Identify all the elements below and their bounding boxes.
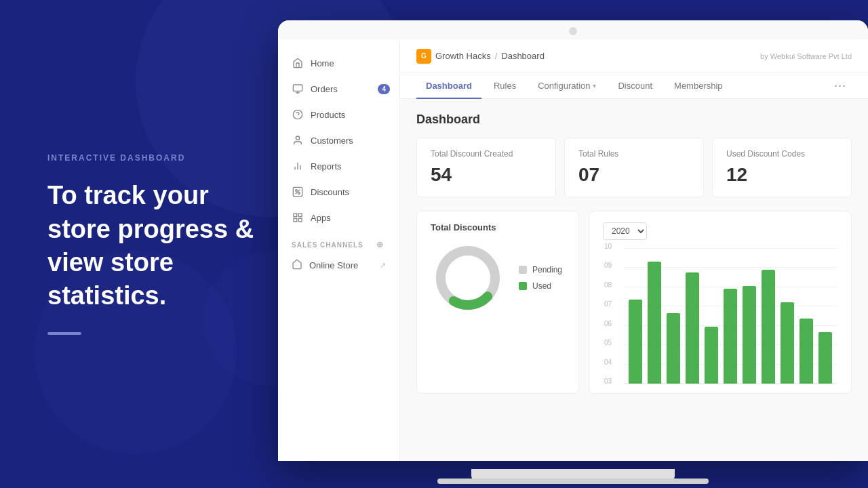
bar-9	[800, 319, 813, 384]
tab-discount[interactable]: Discount	[608, 74, 662, 99]
donut-chart-svg	[431, 241, 505, 315]
svg-rect-0	[293, 85, 302, 91]
svg-line-11	[296, 190, 300, 195]
bar-3	[686, 272, 699, 384]
bar-chart-card: 2020 2019 2021 10 09 08 07	[589, 211, 852, 394]
tab-membership[interactable]: Membership	[665, 74, 732, 99]
main-content: G Growth Hacks / Dashboard by Webkul Sof…	[400, 39, 868, 461]
breadcrumb-separator: /	[495, 51, 498, 61]
legend-pending: Pending	[519, 265, 562, 274]
sidebar-item-online-store[interactable]: Online Store ↗	[278, 253, 399, 277]
laptop-notch	[569, 27, 577, 35]
stat-value-total-rules: 07	[578, 164, 690, 186]
left-title: To track your store progress & view stor…	[47, 179, 271, 313]
sidebar-item-discounts[interactable]: Discounts	[278, 179, 399, 205]
stat-value-total-discount: 54	[431, 164, 542, 186]
orders-icon	[292, 83, 304, 95]
used-dot	[519, 282, 527, 290]
stats-row: Total Discount Created 54 Total Rules 07…	[416, 138, 852, 197]
bar-7	[762, 270, 775, 384]
apps-icon	[292, 211, 304, 224]
bar-2	[667, 313, 680, 384]
bar-0	[629, 300, 642, 384]
sidebar-item-apps[interactable]: Apps	[278, 205, 399, 230]
tab-rules[interactable]: Rules	[484, 74, 526, 99]
stat-card-used-codes: Used Discount Codes 12	[712, 138, 852, 197]
legend-used: Used	[519, 281, 562, 291]
sidebar-item-orders-label: Orders	[311, 84, 338, 94]
donut-wrapper: Pending Used	[431, 241, 565, 315]
bars-container	[623, 248, 837, 384]
bar-8	[781, 302, 794, 384]
dashboard-container: Home Orders 4 Products	[278, 20, 868, 481]
orders-badge: 4	[378, 84, 390, 94]
tab-configuration-label: Configuration	[538, 81, 590, 91]
stat-card-total-discount: Total Discount Created 54	[416, 138, 556, 197]
sidebar-item-apps-label: Apps	[311, 213, 331, 223]
stat-value-used-codes: 12	[726, 164, 837, 186]
dashboard-body: Dashboard Total Discount Created 54 Tota…	[400, 99, 868, 461]
breadcrumb-page: Dashboard	[501, 51, 545, 61]
bar-10	[818, 332, 832, 384]
bar-6	[743, 286, 756, 384]
sales-channels-label: SALES CHANNELS	[292, 241, 363, 249]
tab-rules-label: Rules	[494, 81, 516, 91]
laptop-frame: Home Orders 4 Products	[278, 20, 868, 461]
products-icon	[292, 108, 304, 121]
nav-tabs: Dashboard Rules Configuration ▾ Discount…	[400, 73, 868, 99]
left-subtitle: INTERACTIVE DASHBOARD	[47, 153, 271, 163]
page-title: Dashboard	[416, 113, 852, 127]
pending-label: Pending	[532, 265, 562, 274]
customers-icon	[292, 134, 304, 146]
sidebar-item-home-label: Home	[311, 58, 334, 68]
tab-dashboard[interactable]: Dashboard	[416, 74, 481, 99]
bar-1	[648, 262, 661, 384]
tab-configuration[interactable]: Configuration ▾	[528, 74, 606, 99]
tab-dashboard-label: Dashboard	[426, 81, 472, 91]
year-select[interactable]: 2020 2019 2021	[603, 222, 647, 240]
sidebar-item-products[interactable]: Products	[278, 102, 399, 127]
sidebar-item-home[interactable]: Home	[278, 50, 399, 76]
donut-chart-card: Total Discounts	[416, 211, 579, 394]
charts-row: Total Discounts	[416, 211, 852, 394]
used-label: Used	[532, 281, 551, 291]
left-panel: INTERACTIVE DASHBOARD To track your stor…	[0, 0, 312, 488]
breadcrumb: G Growth Hacks / Dashboard	[416, 49, 545, 64]
sidebar-item-products-label: Products	[311, 110, 345, 120]
discounts-icon	[292, 186, 304, 198]
sidebar-item-customers[interactable]: Customers	[278, 127, 399, 153]
stat-label-used-codes: Used Discount Codes	[726, 149, 837, 159]
stat-label-total-discount: Total Discount Created	[431, 149, 542, 159]
app-name: Growth Hacks	[435, 51, 491, 61]
donut-chart-title: Total Discounts	[431, 222, 565, 232]
sidebar-item-orders[interactable]: Orders 4	[278, 76, 399, 102]
bar-chart-area: 10 09 08 07 06 05 04 03	[603, 248, 837, 384]
sidebar-item-reports[interactable]: Reports	[278, 153, 399, 179]
online-store-icon	[292, 259, 302, 272]
svg-point-10	[298, 192, 300, 195]
svg-point-9	[296, 190, 298, 192]
sidebar-item-reports-label: Reports	[311, 161, 342, 171]
inner-dashboard: Home Orders 4 Products	[278, 20, 868, 461]
reports-icon	[292, 160, 304, 172]
bar-5	[724, 289, 737, 384]
svg-rect-14	[298, 214, 302, 217]
online-store-label: Online Store	[309, 260, 358, 270]
tab-membership-label: Membership	[674, 81, 723, 91]
more-options-button[interactable]: ···	[829, 73, 852, 98]
sidebar-item-customers-label: Customers	[311, 136, 353, 146]
sidebar-item-discounts-label: Discounts	[311, 187, 349, 197]
add-channel-icon[interactable]: ⊕	[376, 240, 386, 249]
sales-channels-section: SALES CHANNELS ⊕	[278, 230, 399, 253]
pending-dot	[519, 266, 527, 274]
app-logo: G	[416, 49, 431, 64]
svg-rect-15	[294, 218, 297, 222]
sidebar: Home Orders 4 Products	[278, 39, 400, 461]
svg-rect-13	[294, 214, 297, 217]
donut-legend: Pending Used	[519, 265, 562, 291]
stat-label-total-rules: Total Rules	[578, 149, 690, 159]
laptop-base-wide	[437, 479, 709, 484]
top-bar: G Growth Hacks / Dashboard by Webkul Sof…	[400, 39, 868, 73]
by-text: by Webkul Software Pvt Ltd	[760, 52, 852, 60]
bar-chart-header: 2020 2019 2021	[603, 222, 837, 240]
